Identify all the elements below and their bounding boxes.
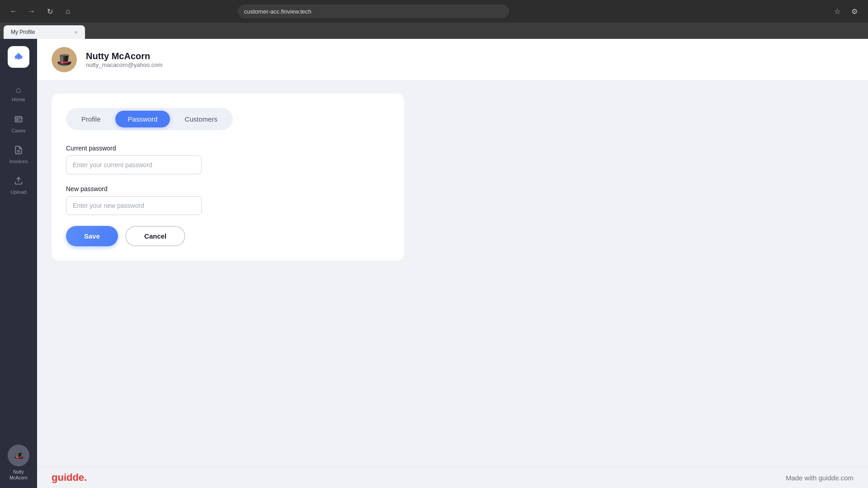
browser-chrome: ← → ↻ ⌂ customer-acc.finview.tech ☆ ⚙: [0, 0, 868, 23]
star-icon[interactable]: ☆: [831, 5, 844, 18]
sidebar-cases-label: Cases: [11, 128, 25, 133]
url-text: customer-acc.finview.tech: [244, 8, 311, 15]
sidebar-item-cases[interactable]: Cases: [3, 109, 34, 138]
sidebar-avatar-image: 🎩: [8, 445, 29, 466]
sidebar-item-home[interactable]: ⌂ Home: [3, 79, 34, 108]
browser-icon-row: ☆ ⚙: [831, 5, 861, 18]
sidebar-invoices-label: Invoices: [9, 159, 28, 164]
browser-tab-myprofile[interactable]: My Profile ✕: [4, 25, 85, 39]
tab-bar: My Profile ✕: [0, 23, 868, 39]
password-card: Profile Password Customers Current passw…: [52, 94, 404, 261]
sidebar-bottom: 🎩 NuttyMcAcorn: [8, 445, 29, 481]
svg-point-1: [16, 119, 18, 121]
tab-title: My Profile: [11, 29, 35, 35]
tabs-container: Profile Password Customers: [66, 108, 233, 130]
sidebar-user-name: NuttyMcAcorn: [9, 469, 27, 481]
upload-icon: [14, 176, 23, 188]
save-button[interactable]: Save: [66, 226, 118, 246]
current-password-group: Current password: [66, 145, 390, 174]
settings-icon[interactable]: ⚙: [848, 5, 861, 18]
sidebar: ⌂ Home Cases: [0, 39, 37, 488]
current-password-input[interactable]: [66, 155, 202, 174]
header-user-name: Nutty McAcorn: [86, 51, 162, 61]
tab-customers[interactable]: Customers: [172, 111, 230, 127]
sidebar-item-invoices[interactable]: Invoices: [3, 140, 34, 169]
invoices-icon: [14, 145, 23, 157]
content-area: 🎩 Nutty McAcorn nutty_macacorn@yahoo.com…: [37, 39, 868, 488]
new-password-group: New password: [66, 185, 390, 215]
header: 🎩 Nutty McAcorn nutty_macacorn@yahoo.com: [37, 39, 868, 81]
tab-password[interactable]: Password: [115, 111, 170, 127]
address-bar[interactable]: customer-acc.finview.tech: [238, 5, 509, 18]
sidebar-upload-label: Upload: [11, 189, 27, 195]
new-password-input[interactable]: [66, 196, 202, 215]
action-buttons: Save Cancel: [66, 226, 390, 246]
sidebar-nav: ⌂ Home Cases: [0, 79, 37, 200]
header-user-info: Nutty McAcorn nutty_macacorn@yahoo.com: [86, 51, 162, 68]
forward-button[interactable]: →: [25, 5, 38, 18]
current-password-label: Current password: [66, 145, 390, 152]
header-user-email: nutty_macacorn@yahoo.com: [86, 61, 162, 68]
svg-rect-0: [15, 117, 22, 122]
footer-brand: guidde.: [52, 472, 87, 483]
footer-credit: Made with guidde.com: [786, 474, 854, 482]
back-button[interactable]: ←: [7, 5, 20, 18]
sidebar-logo[interactable]: [8, 46, 29, 68]
home-button[interactable]: ⌂: [61, 5, 74, 18]
cancel-button[interactable]: Cancel: [125, 226, 185, 246]
main-content: Profile Password Customers Current passw…: [37, 81, 868, 467]
sidebar-avatar[interactable]: 🎩: [8, 445, 29, 466]
sidebar-item-upload[interactable]: Upload: [3, 171, 34, 200]
home-icon: ⌂: [16, 84, 21, 95]
footer: guidde. Made with guidde.com: [37, 467, 868, 488]
reload-button[interactable]: ↻: [43, 5, 56, 18]
new-password-label: New password: [66, 185, 390, 192]
cases-icon: [14, 115, 23, 126]
tab-profile[interactable]: Profile: [69, 111, 113, 127]
tab-close-icon[interactable]: ✕: [74, 30, 78, 35]
header-avatar: 🎩: [52, 47, 77, 72]
app-wrapper: ⌂ Home Cases: [0, 39, 868, 488]
sidebar-home-label: Home: [12, 97, 25, 102]
